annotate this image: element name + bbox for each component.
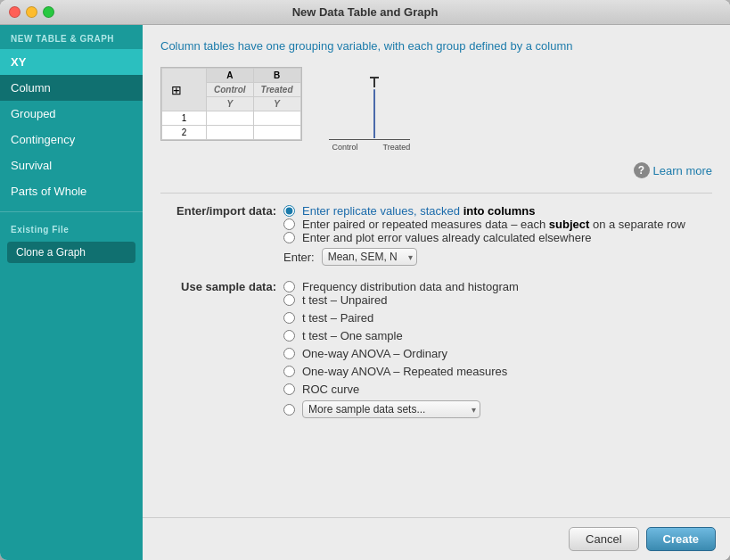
sample-items: t test – Unpaired t test – Paired t test…: [283, 293, 712, 418]
chart-label-control: Control: [332, 143, 358, 152]
radio-roc[interactable]: [283, 383, 295, 395]
question-icon[interactable]: ?: [634, 162, 650, 178]
radio-anova-ordinary-label: One-way ANOVA – Ordinary: [302, 347, 447, 360]
row-2-b: [253, 126, 300, 140]
row-2-a: [207, 126, 254, 140]
radio-anova-ordinary[interactable]: [283, 348, 295, 359]
radio-freq-label: Frequency distribution data and histogra…: [302, 280, 519, 293]
bars-container: [354, 67, 384, 138]
sample-row-t-unpaired: t test – Unpaired: [283, 293, 712, 307]
title-bar: New Data Table and Graph: [0, 0, 730, 25]
radio-row-stacked: Enter/import data: Enter replicate value…: [160, 204, 712, 218]
sample-data-section: Use sample data: Frequency distribution …: [160, 280, 712, 418]
row-1-b: [253, 111, 300, 126]
main-content: Column tables have one grouping variable…: [143, 25, 730, 517]
content-area: NEW TABLE & GRAPH XY Column Grouped Cont…: [0, 25, 730, 560]
sample-data-row-freq: Use sample data: Frequency distribution …: [160, 280, 712, 293]
sidebar-item-contingency[interactable]: Contingency: [0, 127, 143, 152]
sample-row-t-paired: t test – Paired: [283, 311, 712, 325]
sample-row-t-one: t test – One sample: [283, 329, 712, 342]
chart-label-treated: Treated: [383, 143, 411, 152]
enter-select[interactable]: Mean, SEM, N Mean, SD, N Mean, SEM Mean,…: [322, 248, 417, 266]
col-control: Control: [207, 83, 254, 97]
radio-t-paired-label: t test – Paired: [302, 311, 373, 325]
radio-more[interactable]: [283, 404, 295, 416]
radio-t-unpaired[interactable]: [283, 294, 295, 306]
table-icon: ⊞: [169, 83, 184, 97]
cancel-button[interactable]: Cancel: [569, 527, 638, 551]
use-sample-label: Use sample data:: [160, 280, 276, 293]
window-controls: [9, 6, 54, 18]
enter-row: Enter: Mean, SEM, N Mean, SD, N Mean, SE…: [283, 248, 712, 266]
col-y-b: Y: [253, 97, 300, 111]
description-text: Column tables have one grouping variable…: [160, 39, 712, 53]
radio-anova-repeated[interactable]: [283, 366, 295, 377]
more-select[interactable]: More sample data sets...: [302, 400, 480, 418]
radio-t-one[interactable]: [283, 330, 295, 342]
sidebar: NEW TABLE & GRAPH XY Column Grouped Cont…: [0, 25, 143, 560]
col-treated: Treated: [253, 83, 300, 97]
radio-t-paired[interactable]: [283, 312, 295, 324]
data-entry-section: Enter/import data: Enter replicate value…: [160, 204, 712, 266]
sidebar-item-parts-of-whole[interactable]: Parts of Whole: [0, 178, 143, 204]
col-a-header: A: [207, 69, 254, 83]
sample-row-anova-ordinary: One-way ANOVA – Ordinary: [283, 347, 712, 360]
minimize-button[interactable]: [26, 6, 37, 18]
existing-file-title: Existing File: [0, 219, 143, 238]
chart-axis: [329, 139, 411, 140]
bar-chart-preview: Control Treated: [329, 67, 411, 152]
preview-area: ⊞ A B Control Treated Y Y: [160, 67, 712, 152]
main-panel: Column tables have one grouping variable…: [143, 25, 730, 560]
learn-more-link[interactable]: Learn more: [653, 164, 712, 177]
col-b-header: B: [253, 69, 300, 83]
maximize-button[interactable]: [43, 6, 54, 18]
mini-table-container: ⊞ A B Control Treated Y Y: [160, 67, 302, 141]
mini-table: ⊞ A B Control Treated Y Y: [161, 68, 301, 140]
section-divider: [160, 193, 712, 194]
sample-row-more: More sample data sets... ▾: [283, 400, 712, 418]
row-number-1: 1: [162, 111, 207, 126]
radio-stacked[interactable]: [283, 205, 295, 217]
sidebar-item-column[interactable]: Column: [0, 75, 143, 101]
bar-fill-treated: [373, 89, 375, 138]
col-y-a: Y: [207, 97, 254, 111]
radio-row-paired: Enter paired or repeated measures data –…: [283, 218, 712, 231]
clone-graph-button[interactable]: Clone a Graph: [7, 242, 135, 263]
radio-row-error: Enter and plot error values already calc…: [283, 231, 712, 244]
bar-treated: [373, 77, 375, 138]
sample-row-roc: ROC curve: [283, 383, 712, 396]
create-button[interactable]: Create: [646, 527, 716, 551]
radio-t-one-label: t test – One sample: [302, 329, 403, 342]
radio-paired[interactable]: [283, 218, 295, 230]
radio-stacked-label: Enter replicate values, stacked into col…: [302, 204, 536, 218]
enter-label: Enter:: [283, 251, 315, 264]
sidebar-item-survival[interactable]: Survival: [0, 152, 143, 178]
sidebar-section-title: NEW TABLE & GRAPH: [0, 25, 143, 49]
radio-error-label: Enter and plot error values already calc…: [302, 231, 591, 244]
enter-import-label: Enter/import data:: [160, 204, 276, 218]
sample-row-anova-repeated: One-way ANOVA – Repeated measures: [283, 365, 712, 378]
radio-freq[interactable]: [283, 281, 295, 292]
close-button[interactable]: [9, 6, 21, 18]
radio-anova-repeated-label: One-way ANOVA – Repeated measures: [302, 365, 507, 378]
radio-error[interactable]: [283, 232, 295, 243]
radio-roc-label: ROC curve: [302, 383, 359, 396]
row-1-a: [207, 111, 254, 126]
sidebar-item-grouped[interactable]: Grouped: [0, 101, 143, 127]
main-window: New Data Table and Graph NEW TABLE & GRA…: [0, 0, 730, 560]
sidebar-item-xy[interactable]: XY: [0, 49, 143, 75]
footer: Cancel Create: [143, 517, 730, 560]
sidebar-divider: [0, 211, 143, 212]
row-number-2: 2: [162, 126, 207, 140]
radio-t-unpaired-label: t test – Unpaired: [302, 293, 387, 307]
learn-more-row: ? Learn more: [160, 162, 712, 178]
radio-paired-label: Enter paired or repeated measures data –…: [302, 218, 685, 231]
more-select-wrapper: More sample data sets... ▾: [302, 400, 480, 418]
enter-select-wrapper: Mean, SEM, N Mean, SD, N Mean, SEM Mean,…: [322, 248, 417, 266]
window-title: New Data Table and Graph: [292, 5, 439, 19]
